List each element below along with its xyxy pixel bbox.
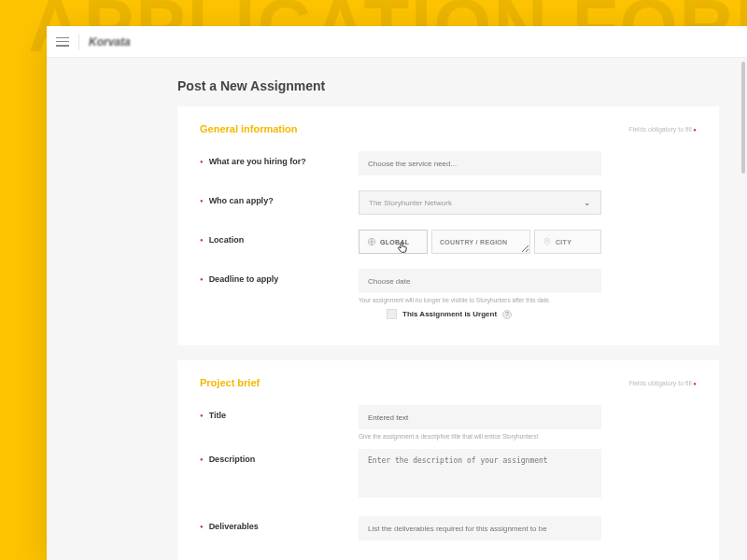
who-can-apply-select[interactable]: The Storyhunter Network ⌄: [359, 190, 601, 215]
obligatory-note: Fields obligatory to fill: [628, 380, 697, 386]
label-title: Title: [209, 411, 226, 420]
topbar: Korvata: [47, 26, 747, 58]
location-city-button[interactable]: CITY: [534, 230, 601, 254]
scrollbar-thumb[interactable]: [741, 62, 745, 174]
hamburger-menu-icon[interactable]: [56, 37, 69, 47]
pin-icon: [543, 237, 552, 246]
label-description: Description: [209, 455, 256, 464]
label-who-can-apply: Who can apply?: [209, 196, 274, 205]
section-title-general: General information: [200, 123, 298, 134]
svg-point-1: [546, 240, 548, 242]
location-group: GLOBAL COUNTRY / REGION CITY: [359, 230, 697, 254]
deadline-input[interactable]: [359, 269, 601, 293]
required-dot: ●: [200, 237, 204, 243]
location-region-label: COUNTRY / REGION: [440, 239, 507, 245]
label-deliverables: Deliverables: [209, 522, 259, 531]
required-dot: ●: [200, 159, 204, 164]
deadline-helper: Your assignment will no longer be visibl…: [359, 297, 697, 303]
urgent-label: This Assignment is Urgent: [402, 310, 497, 318]
required-dot: ●: [200, 524, 204, 529]
divider: [78, 34, 79, 50]
hiring-for-input[interactable]: [359, 151, 601, 175]
required-dot: ●: [200, 456, 204, 462]
card-project-brief: Project brief Fields obligatory to fill …: [177, 360, 719, 560]
help-icon[interactable]: ?: [502, 310, 512, 319]
card-general-information: General information Fields obligatory to…: [177, 106, 719, 345]
location-global-button[interactable]: GLOBAL: [359, 230, 428, 254]
title-input[interactable]: [359, 405, 601, 429]
section-title-brief: Project brief: [200, 377, 260, 388]
title-helper: Give the assignment a descriptive title …: [359, 433, 697, 440]
logo: Korvata: [89, 35, 131, 49]
content-scroll: Post a New Assignment General informatio…: [47, 58, 747, 560]
urgent-checkbox[interactable]: [387, 309, 397, 319]
description-textarea[interactable]: [359, 449, 601, 497]
required-dot: ●: [200, 413, 204, 418]
required-dot: ●: [200, 276, 204, 282]
obligatory-note: Fields obligatory to fill: [628, 126, 697, 133]
page-title: Post a New Assignment: [177, 78, 747, 93]
label-hiring: What are you hiring for?: [209, 157, 306, 166]
label-deadline: Deadline to apply: [209, 274, 279, 284]
location-region-button[interactable]: COUNTRY / REGION: [431, 230, 530, 254]
location-city-label: CITY: [556, 239, 571, 245]
select-value: The Storyhunter Network: [369, 199, 452, 207]
required-dot: ●: [200, 198, 204, 203]
label-location: Location: [209, 235, 245, 245]
deliverables-input[interactable]: [359, 516, 601, 540]
globe-icon: [367, 237, 376, 246]
app-window: Korvata Post a New Assignment General in…: [47, 26, 747, 560]
chevron-down-icon: ⌄: [584, 198, 591, 207]
location-global-label: GLOBAL: [380, 239, 409, 245]
